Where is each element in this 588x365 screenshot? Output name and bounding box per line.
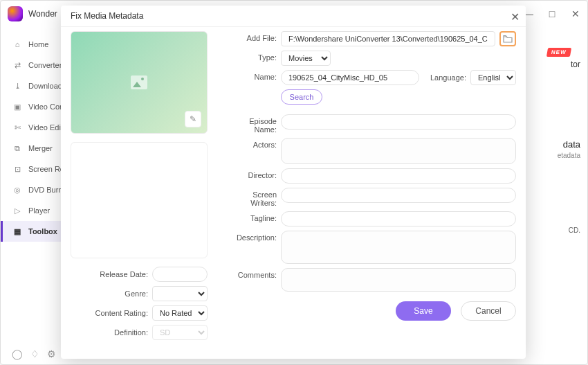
sidebar-item-label: Video Editor	[28, 123, 66, 132]
language-select[interactable]: English	[470, 70, 516, 85]
sidebar: ⌂ Home ⇄ Converter ⤓ Download ▣ Video Co…	[1, 27, 66, 344]
sidebar-item-label: Screen Recorder	[28, 165, 66, 173]
dialog-title: Fix Media Metadata	[71, 11, 143, 21]
sidebar-item-player[interactable]: ▷ Player	[1, 200, 66, 221]
close-window-button[interactable]: ✕	[564, 1, 587, 27]
name-label: Name:	[226, 70, 277, 81]
sidebar-item-download[interactable]: ⤓ Download	[1, 75, 66, 96]
director-input[interactable]	[281, 168, 516, 184]
add-file-label: Add File:	[226, 31, 277, 42]
tagline-label: Tagline:	[226, 211, 277, 222]
writers-label: Screen Writers:	[226, 188, 277, 207]
image-placeholder-icon	[131, 75, 147, 89]
sidebar-item-editor[interactable]: ✄ Video Editor	[1, 117, 66, 138]
home-icon: ⌂	[12, 39, 23, 50]
app-logo-icon	[8, 6, 23, 21]
notify-icon[interactable]: ♢	[30, 348, 39, 359]
sidebar-item-label: Video Compressor	[28, 103, 66, 111]
sidebar-item-label: Home	[28, 40, 48, 48]
dvd-icon: ◎	[12, 184, 23, 195]
writers-input[interactable]	[281, 188, 516, 203]
sidebar-item-dvd[interactable]: ◎ DVD Burner	[1, 179, 66, 200]
search-button[interactable]: Search	[281, 89, 322, 105]
save-button[interactable]: Save	[396, 301, 451, 321]
definition-select: SD	[152, 325, 208, 340]
content-rating-label: Content Rating:	[95, 309, 148, 317]
bg-text-metadata: etadata	[558, 152, 580, 159]
definition-label: Definition:	[114, 328, 148, 337]
director-label: Director:	[226, 168, 277, 179]
episode-label: Episode Name:	[226, 114, 277, 134]
app-name: Wonder	[28, 9, 57, 19]
tagline-input[interactable]	[281, 211, 516, 226]
episode-input[interactable]	[281, 114, 516, 130]
new-badge: NEW	[546, 48, 571, 57]
name-input[interactable]	[281, 70, 419, 85]
sidebar-item-label: Toolbox	[28, 227, 57, 235]
left-pane: ✎ Release Date: Genre: Content Rating: N…	[71, 31, 219, 352]
editor-icon: ✄	[12, 122, 23, 133]
sidebar-item-label: Player	[28, 206, 50, 215]
sidebar-item-toolbox[interactable]: ▦ Toolbox	[1, 221, 66, 242]
left-form: Release Date: Genre: Content Rating: No …	[71, 267, 208, 344]
dialog-header: Fix Media Metadata ✕	[61, 6, 526, 26]
language-label: Language:	[430, 73, 466, 82]
genre-select[interactable]	[152, 286, 208, 301]
release-date-input[interactable]	[152, 267, 208, 282]
cancel-button[interactable]: Cancel	[461, 301, 516, 321]
converter-icon: ⇄	[12, 60, 23, 71]
sidebar-item-compressor[interactable]: ▣ Video Compressor	[1, 96, 66, 117]
add-file-input[interactable]	[281, 31, 495, 46]
bg-text-cd: CD.	[569, 226, 580, 234]
folder-icon	[503, 35, 513, 43]
account-icon[interactable]: ◯	[12, 348, 23, 359]
sidebar-item-label: Download	[28, 82, 62, 90]
background-panel: NEW tor data etadata CD.	[525, 28, 587, 364]
sidebar-item-home[interactable]: ⌂ Home	[1, 34, 66, 55]
type-label: Type:	[226, 51, 277, 62]
sidebar-item-merger[interactable]: ⧉ Merger	[1, 138, 66, 159]
release-date-label: Release Date:	[100, 270, 148, 278]
download-icon: ⤓	[12, 80, 23, 91]
bg-text-data: data	[563, 139, 580, 150]
secondary-preview	[71, 142, 208, 258]
toolbox-icon: ▦	[12, 226, 23, 237]
settings-icon[interactable]: ⚙	[47, 348, 56, 359]
dialog-close-button[interactable]: ✕	[509, 11, 520, 22]
thumbnail-preview: ✎	[71, 31, 208, 134]
sidebar-item-converter[interactable]: ⇄ Converter	[1, 55, 66, 75]
merger-icon: ⧉	[12, 143, 23, 154]
fix-metadata-dialog: Fix Media Metadata ✕ ✎ Release Date: Gen…	[61, 6, 526, 359]
content-rating-select[interactable]: No Rated	[152, 305, 208, 321]
status-bar: ◯ ♢ ⚙	[1, 344, 66, 364]
type-select[interactable]: Movies	[281, 51, 331, 66]
comments-input[interactable]	[281, 268, 516, 292]
bg-text-tor: tor	[571, 60, 580, 69]
description-label: Description:	[226, 231, 277, 242]
dialog-button-row: Save Cancel	[226, 296, 516, 321]
maximize-button[interactable]: □	[540, 1, 564, 27]
edit-thumbnail-button[interactable]: ✎	[185, 111, 201, 127]
compress-icon: ▣	[12, 101, 23, 112]
actors-input[interactable]	[281, 138, 516, 164]
actors-label: Actors:	[226, 138, 277, 149]
sidebar-item-label: DVD Burner	[28, 186, 66, 194]
comments-label: Comments:	[226, 268, 277, 279]
sidebar-item-label: Converter	[28, 61, 62, 69]
player-icon: ▷	[12, 205, 23, 216]
recorder-icon: ⊡	[12, 163, 23, 175]
right-pane: Add File: Type: Movies Name: Langu	[226, 31, 516, 352]
sidebar-item-label: Merger	[28, 144, 53, 152]
sidebar-item-recorder[interactable]: ⊡ Screen Recorder	[1, 159, 66, 179]
description-input[interactable]	[281, 231, 516, 264]
browse-file-button[interactable]	[499, 31, 516, 46]
genre-label: Genre:	[125, 290, 148, 298]
